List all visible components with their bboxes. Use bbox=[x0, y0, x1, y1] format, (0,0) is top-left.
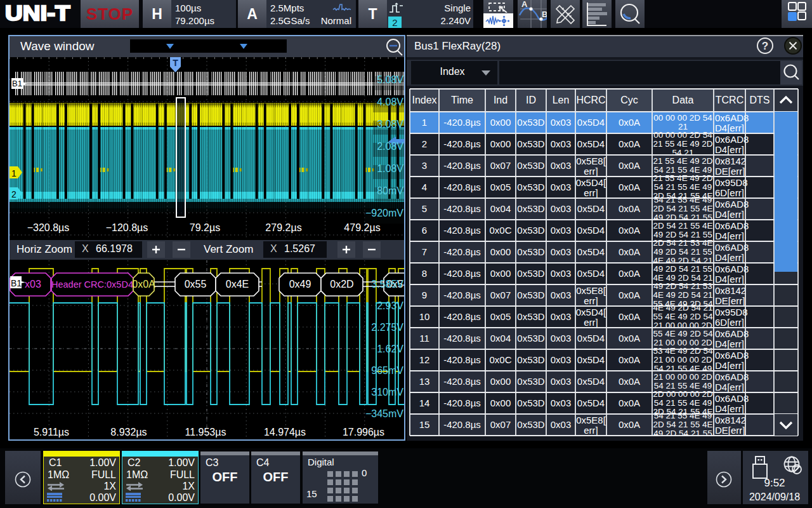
svg-text:0x4E: 0x4E bbox=[226, 279, 249, 290]
svg-text:8.932µs: 8.932µs bbox=[110, 427, 147, 438]
svg-text:2.08V: 2.08V bbox=[377, 141, 403, 152]
svg-text:Header CRC:0x5D4: Header CRC:0x5D4 bbox=[51, 279, 133, 290]
svg-text:17.996µs: 17.996µs bbox=[343, 427, 384, 438]
svg-text:2.93V: 2.93V bbox=[377, 300, 403, 311]
svg-text:0x0A: 0x0A bbox=[132, 279, 155, 290]
svg-text:80mV: 80mV bbox=[377, 185, 403, 196]
svg-text:B1: B1 bbox=[11, 278, 22, 288]
svg-text:3.08V: 3.08V bbox=[377, 119, 403, 130]
svg-text:0x55: 0x55 bbox=[185, 279, 207, 290]
svg-text:2: 2 bbox=[11, 189, 16, 199]
svg-text:2.275V: 2.275V bbox=[371, 322, 403, 333]
svg-text:5.08V: 5.08V bbox=[377, 74, 403, 85]
svg-text:965mV: 965mV bbox=[371, 365, 403, 376]
svg-text:1.62V: 1.62V bbox=[377, 344, 403, 354]
svg-text:0x2D: 0x2D bbox=[330, 279, 353, 290]
svg-text:B: B bbox=[542, 10, 547, 19]
svg-text:B1: B1 bbox=[12, 79, 22, 88]
svg-text:−920mV: −920mV bbox=[365, 208, 403, 218]
svg-text:14.974µs: 14.974µs bbox=[264, 427, 306, 438]
svg-text:A: A bbox=[521, 0, 528, 9]
svg-text:1.08V: 1.08V bbox=[377, 163, 403, 174]
svg-text:3.585V: 3.585V bbox=[371, 279, 403, 290]
svg-text:T: T bbox=[173, 58, 178, 68]
svg-text:5.911µs: 5.911µs bbox=[34, 427, 69, 438]
svg-text:x03: x03 bbox=[25, 279, 41, 290]
svg-text:1: 1 bbox=[11, 168, 16, 178]
svg-text:4.08V: 4.08V bbox=[377, 97, 403, 107]
svg-text:0x49: 0x49 bbox=[289, 279, 311, 290]
svg-text:11.953µs: 11.953µs bbox=[185, 427, 226, 438]
svg-text:−345mV: −345mV bbox=[365, 408, 403, 419]
svg-text:310mV: 310mV bbox=[371, 387, 403, 398]
